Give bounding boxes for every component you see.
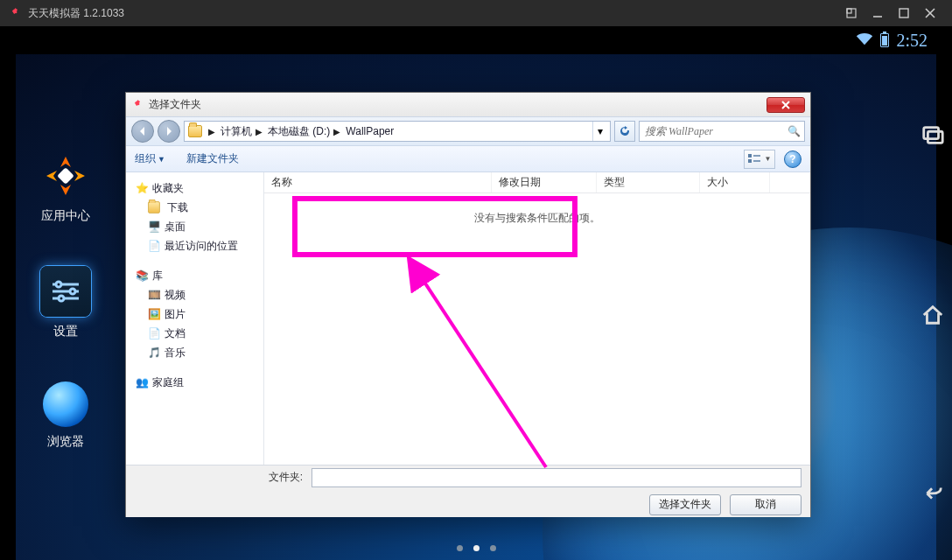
emu-maximize-button[interactable]: [891, 0, 917, 26]
statusbar-clock: 2:52: [896, 31, 928, 51]
toolbar-newfolder[interactable]: 新建文件夹: [186, 151, 239, 166]
tree-homegroup[interactable]: 👥家庭组: [135, 374, 260, 391]
star-icon: ⭐: [135, 181, 149, 195]
breadcrumb-dropdown[interactable]: ▾: [592, 122, 606, 141]
emu-minimize-button[interactable]: [864, 0, 891, 26]
svg-rect-14: [928, 131, 942, 143]
pictures-icon: 🖼️: [147, 307, 161, 321]
toolbar-organize[interactable]: 组织 ▼: [135, 151, 165, 166]
tree-pictures[interactable]: 🖼️图片: [147, 305, 260, 323]
folder-label: 文件夹:: [269, 470, 303, 485]
column-headers: 名称 修改日期 类型 大小: [264, 172, 810, 193]
dialog-body: ⭐收藏夹 下载 🖥️桌面 📄最近访问的位置 📚库 🎞️视频 🖼️图片 📄文档 🎵…: [126, 172, 810, 465]
search-box[interactable]: 🔍: [639, 121, 805, 142]
svg-rect-16: [748, 159, 752, 163]
folder-icon: [188, 125, 202, 137]
android-navkeys: [906, 122, 952, 508]
tree-music[interactable]: 🎵音乐: [147, 344, 260, 361]
battery-icon: [880, 33, 889, 47]
select-folder-button[interactable]: 选择文件夹: [649, 494, 721, 515]
col-size[interactable]: 大小: [700, 172, 770, 192]
dialog-title: 选择文件夹: [149, 97, 201, 112]
col-name[interactable]: 名称: [264, 172, 492, 192]
browser-icon: [43, 382, 88, 427]
app-browser[interactable]: 浏览器: [26, 382, 105, 450]
toolbar-help-button[interactable]: ?: [784, 150, 802, 168]
dialog-app-icon: [131, 99, 144, 111]
settings-icon: [40, 266, 91, 317]
emulator-titlebar: 天天模拟器 1.2.1033: [0, 0, 952, 26]
app-label: 设置: [53, 324, 78, 340]
launcher-column: 应用中心 设置 浏览器: [26, 150, 105, 450]
svg-rect-15: [748, 154, 752, 158]
tree-downloads[interactable]: 下载: [147, 199, 260, 216]
homegroup-icon: 👥: [135, 375, 149, 389]
search-input[interactable]: [643, 124, 788, 139]
android-statusbar: 2:52: [16, 26, 936, 54]
pager-dot[interactable]: [473, 545, 480, 551]
library-icon: 📚: [135, 269, 149, 283]
tree-desktop[interactable]: 🖥️桌面: [147, 218, 260, 235]
emulator-logo-icon: [9, 7, 21, 19]
search-icon: 🔍: [788, 125, 801, 137]
docs-icon: 📄: [147, 326, 161, 340]
tree-library[interactable]: 📚库: [135, 267, 260, 284]
app-appcenter[interactable]: 应用中心: [26, 150, 105, 224]
app-label: 应用中心: [41, 208, 90, 224]
nav-forward-button[interactable]: [158, 120, 180, 143]
dialog-footer: 文件夹: 选择文件夹 取消: [126, 465, 810, 517]
toolbar-view-button[interactable]: ▼: [744, 150, 775, 169]
svg-rect-13: [924, 128, 939, 139]
svg-rect-6: [57, 167, 74, 185]
tree-docs[interactable]: 📄文档: [147, 325, 260, 342]
nav-back-button[interactable]: [131, 120, 154, 143]
svg-rect-3: [900, 9, 908, 18]
tree-recent[interactable]: 📄最近访问的位置: [147, 237, 260, 255]
pager-dot[interactable]: [490, 545, 496, 551]
crumb-drive[interactable]: 本地磁盘 (D:): [268, 124, 330, 139]
svg-point-11: [70, 289, 75, 294]
tree-video[interactable]: 🎞️视频: [147, 286, 260, 304]
page-indicator: [16, 545, 936, 551]
dialog-titlebar[interactable]: 选择文件夹: [126, 93, 810, 117]
dialog-close-button[interactable]: [766, 97, 805, 113]
wifi-icon: [856, 32, 873, 48]
navkey-recent[interactable]: [920, 122, 945, 150]
emu-tile-button[interactable]: [838, 0, 864, 26]
dialog-toolbar: 组织 ▼ 新建文件夹 ▼ ?: [126, 146, 810, 172]
app-label: 浏览器: [47, 434, 84, 450]
folder-icon: [148, 201, 160, 214]
empty-message: 没有与搜索条件匹配的项。: [264, 193, 810, 465]
crumb-folder[interactable]: WallPaper: [346, 125, 394, 137]
cancel-button[interactable]: 取消: [730, 494, 802, 515]
col-type[interactable]: 类型: [597, 172, 700, 192]
folder-input[interactable]: [312, 468, 802, 487]
tree-favorites[interactable]: ⭐收藏夹: [135, 179, 260, 197]
desktop-icon: 🖥️: [147, 220, 161, 234]
music-icon: 🎵: [147, 346, 161, 360]
emu-close-button[interactable]: [917, 0, 943, 26]
file-pane: 名称 修改日期 类型 大小 没有与搜索条件匹配的项。: [264, 172, 810, 465]
svg-rect-1: [847, 9, 851, 13]
breadcrumb-bar[interactable]: ▶计算机 ▶本地磁盘 (D:) ▶WallPaper ▾: [184, 121, 611, 142]
video-icon: 🎞️: [147, 288, 161, 302]
pager-dot[interactable]: [457, 545, 463, 551]
nav-tree: ⭐收藏夹 下载 🖥️桌面 📄最近访问的位置 📚库 🎞️视频 🖼️图片 📄文档 🎵…: [126, 172, 264, 465]
recent-icon: 📄: [147, 239, 161, 253]
svg-point-10: [56, 282, 61, 287]
app-settings[interactable]: 设置: [26, 266, 105, 340]
navkey-back[interactable]: [920, 480, 945, 508]
crumb-computer[interactable]: 计算机: [220, 124, 252, 139]
refresh-button[interactable]: [614, 121, 635, 142]
navkey-home[interactable]: [920, 302, 945, 329]
dialog-navrow: ▶计算机 ▶本地磁盘 (D:) ▶WallPaper ▾ 🔍: [126, 117, 810, 146]
svg-point-12: [59, 296, 64, 301]
appcenter-icon: [40, 150, 91, 201]
col-date[interactable]: 修改日期: [492, 172, 597, 192]
emulator-title: 天天模拟器 1.2.1033: [28, 6, 124, 21]
folder-dialog: 选择文件夹 ▶计算机 ▶本地磁盘 (D:) ▶WallPaper ▾ 🔍 组织 …: [125, 92, 811, 517]
